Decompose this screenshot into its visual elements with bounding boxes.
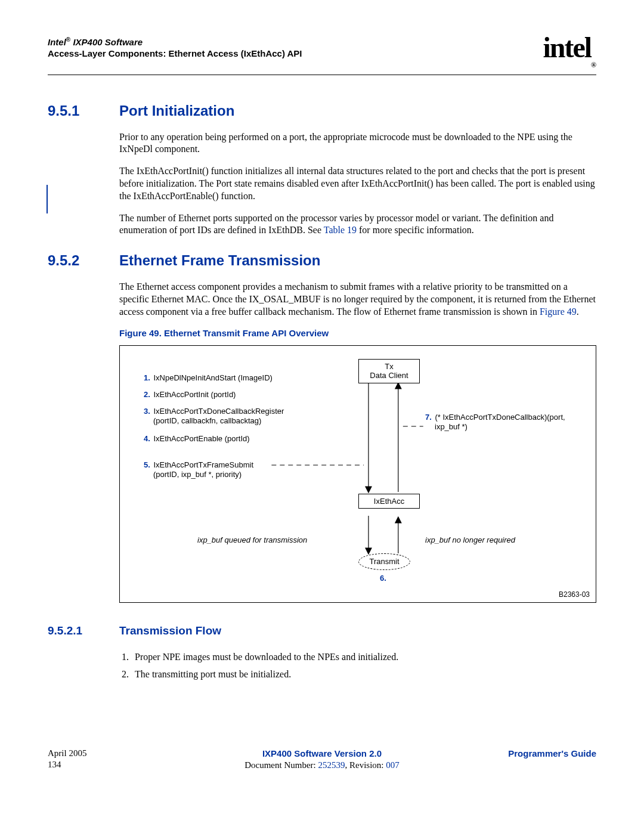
footer-left: April 2005 134	[48, 748, 167, 772]
section-number: 9.5.2.1	[48, 624, 119, 637]
step-num: 2.	[144, 390, 150, 399]
figure-id: B2363-03	[559, 590, 590, 599]
fig-step-5: 5. IxEthAccPortTxFrameSubmit(portID, ixp…	[144, 460, 253, 481]
list-item: The transmitting port must be initialize…	[131, 667, 596, 682]
step-num: 1.	[144, 373, 150, 382]
fig-step-2: 2. IxEthAccPortInit (portId)	[144, 390, 236, 399]
xref-table-19[interactable]: Table 19	[324, 225, 357, 235]
step-text: IxEthAccPortInit (portId)	[151, 390, 236, 399]
section-number: 9.5.2	[48, 252, 119, 269]
step-num: 3.	[144, 407, 150, 416]
para-text: The Ethernet access component provides a…	[119, 281, 596, 317]
fig-step-7: 7. (* IxEthAccPortTxDoneCallback)(port,i…	[425, 413, 565, 433]
footer-right: Programmer's Guide	[477, 748, 596, 772]
footer-page: 134	[48, 760, 61, 769]
step-text: IxEthAccPortTxFrameSubmit	[151, 460, 253, 469]
footer-title: IXP400 Software Version 2.0	[262, 748, 382, 758]
fig-label-queued: ixp_buf queued for transmission	[197, 535, 307, 544]
fig-step-4: 4. IxEthAccPortEnable (portId)	[144, 434, 250, 443]
section-9-5-2-1-heading: 9.5.2.1 Transmission Flow	[48, 624, 596, 637]
logo-text: intel	[543, 32, 591, 63]
footer-rev-label: , Revision:	[345, 760, 386, 770]
step-text: (portID, callbackfn, callbacktag)	[153, 416, 261, 425]
step-text: IxNpeDlNpeInitAndStart (ImageID)	[151, 373, 273, 382]
fig-ixethacc: IxEthAcc	[358, 494, 420, 509]
section-title: Ethernet Frame Transmission	[119, 252, 320, 269]
step-num: 6.	[380, 574, 386, 583]
footer-doc-label: Document Number:	[244, 760, 318, 770]
logo-reg: ®	[591, 61, 596, 69]
section-title: Transmission Flow	[119, 624, 221, 637]
intel-logo: intel®	[543, 31, 596, 66]
header-rule	[48, 75, 596, 75]
step-num: 4.	[144, 434, 150, 443]
footer-date: April 2005	[48, 748, 86, 758]
step-text: IxEthAccPortEnable (portId)	[151, 434, 250, 443]
fig-step-1: 1. IxNpeDlNpeInitAndStart (ImageID)	[144, 373, 273, 382]
step-text: (* IxEthAccPortTxDoneCallback)(port,	[433, 413, 565, 422]
figure-49: Tx Data Client IxEthAcc Transmit 1. IxNp…	[119, 345, 596, 603]
step-num: 7.	[425, 413, 432, 422]
transmission-flow-list: Proper NPE images must be downloaded to …	[119, 649, 596, 682]
step-text: ixp_buf *)	[435, 422, 467, 431]
fig-tx-client: Tx Data Client	[358, 359, 420, 383]
section-9-5-2-heading: 9.5.2 Ethernet Frame Transmission	[48, 252, 596, 269]
page-header: Intel® IXP400 Software Access-Layer Comp…	[48, 36, 596, 71]
fig-transmit: Transmit	[358, 553, 410, 570]
fig-step-6: 6.	[380, 574, 388, 583]
change-bar	[47, 185, 48, 213]
para-9-5-2-a: The Ethernet access component provides a…	[119, 281, 596, 318]
section-title: Port Initialization	[119, 103, 234, 119]
para-9-5-1-c: The number of Ethernet ports supported o…	[119, 212, 596, 237]
xref-figure-49[interactable]: Figure 49	[540, 306, 577, 317]
para-text: for more specific information.	[357, 225, 474, 235]
footer-rev-num: 007	[386, 760, 400, 770]
header-intel: Intel	[48, 37, 66, 47]
footer-center: IXP400 Software Version 2.0 Document Num…	[167, 748, 477, 772]
section-number: 9.5.1	[48, 103, 119, 119]
header-subtitle: Access-Layer Components: Ethernet Access…	[48, 48, 302, 58]
footer-doc-num: 252539	[318, 760, 345, 770]
list-item: Proper NPE images must be downloaded to …	[131, 649, 596, 665]
step-text: IxEthAccPortTxDoneCallbackRegister	[151, 407, 284, 416]
step-num: 5.	[144, 460, 150, 469]
header-product: Intel® IXP400 Software	[48, 36, 302, 48]
step-text: (portID, ixp_buf *, priority)	[153, 470, 242, 479]
fig-label-nolonger: ixp_buf no longer required	[425, 535, 515, 544]
figure-caption: Figure 49. Ethernet Transmit Frame API O…	[119, 328, 596, 338]
para-text: .	[577, 306, 579, 317]
section-9-5-1-heading: 9.5.1 Port Initialization	[48, 103, 596, 119]
header-product-name: IXP400 Software	[70, 37, 143, 47]
page-footer: April 2005 134 IXP400 Software Version 2…	[48, 748, 596, 772]
fig-step-3: 3. IxEthAccPortTxDoneCallbackRegister(po…	[144, 407, 284, 427]
para-9-5-1-b: The IxEthAccPortInit() function initiali…	[119, 165, 596, 202]
para-9-5-1-a: Prior to any operation being performed o…	[119, 131, 596, 156]
